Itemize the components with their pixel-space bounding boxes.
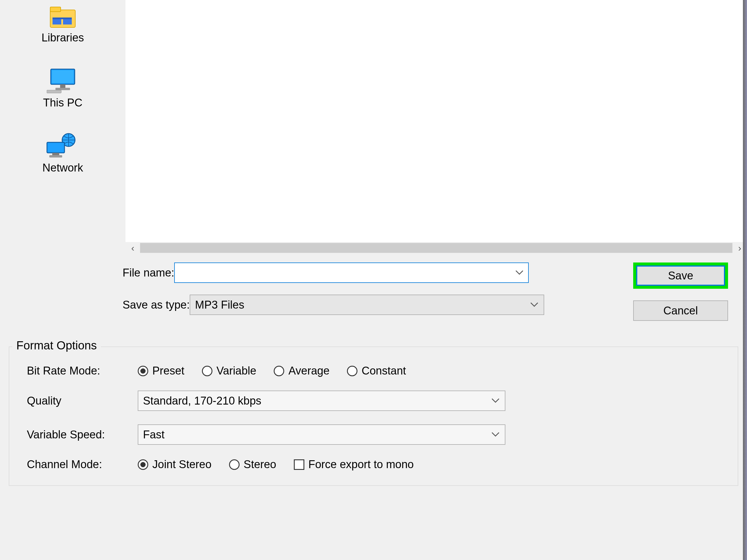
svg-rect-8 (55, 88, 70, 90)
svg-rect-9 (47, 90, 61, 93)
radio-icon (202, 366, 212, 376)
radio-label: Stereo (243, 458, 276, 471)
svg-rect-12 (52, 153, 59, 155)
radio-icon (347, 366, 357, 376)
chevron-down-icon (491, 432, 499, 437)
svg-rect-7 (60, 84, 66, 88)
radio-label: Constant (362, 365, 406, 377)
scroll-left-arrow[interactable]: ‹ (126, 243, 140, 254)
format-options-group: Format Options Bit Rate Mode: Preset Var… (9, 347, 738, 486)
window-right-edge (743, 0, 747, 560)
bit-rate-mode-average[interactable]: Average (274, 365, 330, 377)
channel-mode-label: Channel Mode: (21, 458, 138, 471)
svg-rect-13 (49, 155, 62, 158)
channel-mode-controls: Joint Stereo Stereo Force export to mono (138, 458, 506, 471)
force-mono-checkbox[interactable]: Force export to mono (294, 458, 414, 471)
radio-label: Preset (152, 365, 184, 377)
bit-rate-mode-constant[interactable]: Constant (347, 365, 406, 377)
variable-speed-dropdown[interactable]: Fast (138, 424, 506, 445)
radio-icon (138, 459, 148, 470)
svg-rect-11 (47, 142, 65, 153)
cancel-button[interactable]: Cancel (633, 300, 728, 321)
radio-label: Average (288, 365, 330, 377)
sidebar-item-libraries[interactable]: Libraries (42, 6, 84, 44)
variable-speed-value: Fast (143, 428, 164, 441)
horizontal-scrollbar[interactable]: ‹ › (126, 242, 747, 254)
bit-rate-mode-preset[interactable]: Preset (138, 365, 184, 377)
radio-icon (274, 366, 284, 376)
bit-rate-mode-radios: Preset Variable Average Constant (138, 365, 506, 377)
svg-rect-4 (53, 18, 72, 19)
channel-mode-joint-stereo[interactable]: Joint Stereo (138, 458, 211, 471)
scroll-track[interactable] (140, 243, 732, 253)
this-pc-icon (47, 68, 79, 94)
quality-dropdown[interactable]: Standard, 170-210 kbps (138, 391, 506, 411)
radio-label: Variable (216, 365, 257, 377)
radio-label: Joint Stereo (152, 458, 211, 471)
variable-speed-label: Variable Speed: (21, 428, 138, 441)
quality-label: Quality (21, 395, 138, 407)
radio-icon (138, 366, 148, 376)
channel-mode-stereo[interactable]: Stereo (229, 458, 276, 471)
svg-rect-1 (50, 7, 61, 12)
sidebar-item-label: Libraries (42, 31, 84, 44)
chevron-down-icon (491, 398, 499, 403)
save-as-type-label: Save as type: (12, 299, 190, 311)
file-area: ‹ › (126, 0, 747, 254)
sidebar-item-this-pc[interactable]: This PC (43, 68, 82, 109)
places-sidebar: Libraries This PC (0, 0, 126, 254)
radio-icon (229, 459, 239, 470)
file-list[interactable] (126, 0, 747, 242)
svg-rect-6 (52, 70, 74, 83)
checkbox-label: Force export to mono (308, 458, 414, 471)
bit-rate-mode-variable[interactable]: Variable (202, 365, 257, 377)
file-name-label: File name: (12, 267, 174, 279)
quality-value: Standard, 170-210 kbps (143, 395, 261, 407)
save-button-highlight: Save (633, 263, 728, 289)
bit-rate-mode-label: Bit Rate Mode: (21, 365, 138, 377)
network-icon (45, 132, 80, 159)
save-as-type-value: MP3 Files (195, 299, 244, 311)
file-name-input[interactable] (174, 263, 529, 283)
sidebar-item-label: This PC (43, 97, 82, 109)
save-button[interactable]: Save (636, 265, 725, 286)
sidebar-item-network[interactable]: Network (42, 132, 83, 174)
save-form: File name: Save as type: MP3 Files (0, 254, 747, 341)
chevron-down-icon (530, 302, 538, 308)
sidebar-item-label: Network (42, 162, 83, 174)
format-options-legend: Format Options (12, 339, 101, 352)
libraries-icon (50, 6, 76, 29)
save-as-type-dropdown[interactable]: MP3 Files (190, 295, 544, 315)
checkbox-icon (294, 459, 304, 470)
